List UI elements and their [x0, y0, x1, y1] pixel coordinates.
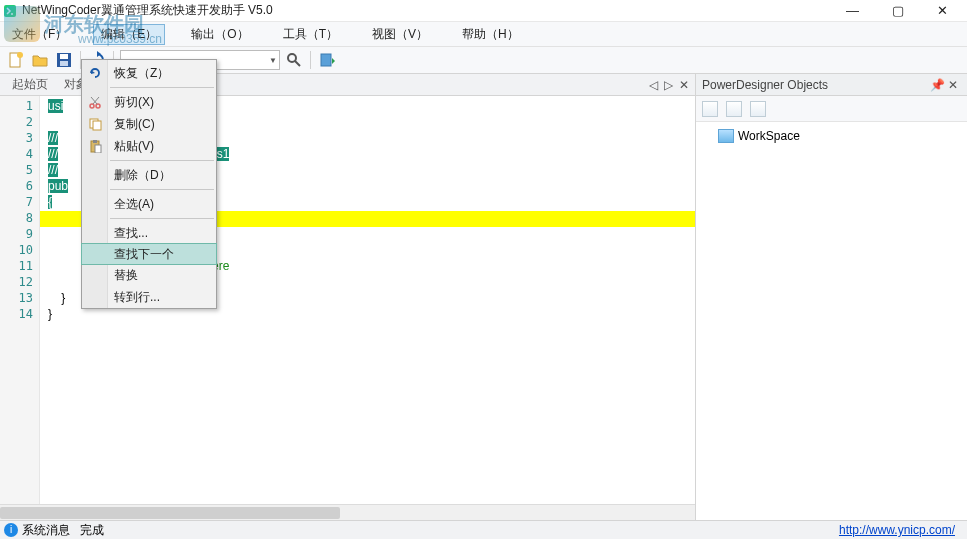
- svg-line-7: [295, 61, 300, 66]
- statusbar: i 系统消息 完成 http://www.ynicp.com/: [0, 520, 967, 539]
- panel-tree[interactable]: WorkSpace: [696, 122, 967, 520]
- panel-tool-3-icon[interactable]: [750, 101, 766, 117]
- status-done: 完成: [80, 522, 104, 539]
- panel-tool-2-icon[interactable]: [726, 101, 742, 117]
- open-icon[interactable]: [30, 50, 50, 70]
- svg-point-9: [90, 104, 94, 108]
- menu-help[interactable]: 帮助（H）: [454, 24, 527, 45]
- save-icon[interactable]: [54, 50, 74, 70]
- copy-icon: [86, 115, 104, 133]
- info-icon[interactable]: i: [4, 523, 18, 537]
- edit-context-menu: 恢复（Z） 剪切(X) 复制(C) 粘贴(V) 删除（D） 全选(A) 查找..…: [81, 59, 217, 309]
- svg-point-10: [96, 104, 100, 108]
- app-icon: [2, 3, 18, 19]
- status-link[interactable]: http://www.ynicp.com/: [839, 523, 963, 537]
- maximize-button[interactable]: ▢: [875, 1, 920, 21]
- window-title: NetWingCoder翼通管理系统快速开发助手 V5.0: [22, 2, 830, 19]
- tab-start[interactable]: 起始页: [4, 74, 56, 95]
- svg-rect-4: [60, 54, 68, 59]
- panel-toolbar: [696, 96, 967, 122]
- tree-item-workspace[interactable]: WorkSpace: [702, 128, 961, 144]
- panel-title: PowerDesigner Objects: [702, 78, 929, 92]
- panel-close-icon[interactable]: ✕: [945, 78, 961, 92]
- cm-replace[interactable]: 替换: [82, 264, 216, 286]
- svg-rect-16: [93, 140, 97, 143]
- cm-delete[interactable]: 删除（D）: [82, 164, 216, 186]
- tab-next-icon[interactable]: ▷: [662, 78, 675, 92]
- cm-redo[interactable]: 恢复（Z）: [82, 62, 216, 84]
- find-icon[interactable]: [284, 50, 304, 70]
- redo-icon: [86, 64, 104, 82]
- new-icon[interactable]: [6, 50, 26, 70]
- svg-point-6: [288, 54, 296, 62]
- run-icon[interactable]: [317, 50, 337, 70]
- svg-point-2: [17, 52, 23, 58]
- workspace-icon: [718, 129, 734, 143]
- cm-copy[interactable]: 复制(C): [82, 113, 216, 135]
- svg-rect-17: [95, 145, 101, 153]
- cm-goto[interactable]: 转到行...: [82, 286, 216, 308]
- minimize-button[interactable]: —: [830, 1, 875, 21]
- panel-header: PowerDesigner Objects 📌 ✕: [696, 74, 967, 96]
- panel-tool-1-icon[interactable]: [702, 101, 718, 117]
- line-gutter: 1234567891011121314: [0, 96, 40, 504]
- menu-output[interactable]: 输出（O）: [183, 24, 256, 45]
- pin-icon[interactable]: 📌: [929, 78, 945, 92]
- tab-close-icon[interactable]: ✕: [677, 78, 691, 92]
- menu-tools[interactable]: 工具（T）: [275, 24, 346, 45]
- cm-cut[interactable]: 剪切(X): [82, 91, 216, 113]
- svg-rect-8: [321, 54, 331, 66]
- menu-view[interactable]: 视图（V）: [364, 24, 436, 45]
- cut-icon: [86, 93, 104, 111]
- svg-rect-14: [93, 121, 101, 130]
- paste-icon: [86, 137, 104, 155]
- cm-selectall[interactable]: 全选(A): [82, 193, 216, 215]
- svg-rect-5: [60, 61, 68, 66]
- cm-find[interactable]: 查找...: [82, 222, 216, 244]
- titlebar: NetWingCoder翼通管理系统快速开发助手 V5.0 — ▢ ✕: [0, 0, 967, 22]
- cm-paste[interactable]: 粘贴(V): [82, 135, 216, 157]
- tree-item-label: WorkSpace: [738, 129, 800, 143]
- status-sysmsg[interactable]: 系统消息: [22, 522, 70, 539]
- close-button[interactable]: ✕: [920, 1, 965, 21]
- horizontal-scrollbar[interactable]: [0, 504, 695, 520]
- menubar: 文件（F） 编辑（E） 输出（O） 工具（T） 视图（V） 帮助（H）: [0, 22, 967, 46]
- menu-edit[interactable]: 编辑（E）: [93, 24, 165, 45]
- menu-file[interactable]: 文件（F）: [4, 24, 75, 45]
- tab-prev-icon[interactable]: ◁: [647, 78, 660, 92]
- cm-findnext[interactable]: 查找下一个: [81, 243, 217, 265]
